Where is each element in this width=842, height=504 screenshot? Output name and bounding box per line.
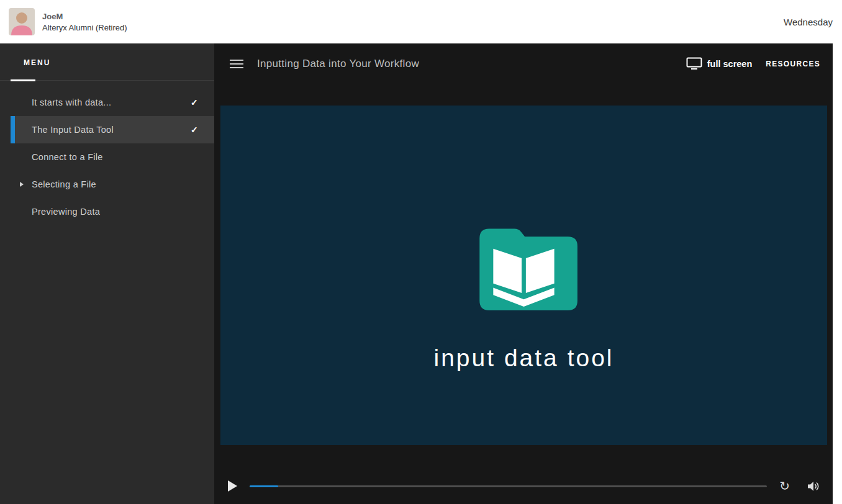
check-icon: ✓ — [191, 125, 198, 135]
fullscreen-label: full screen — [707, 59, 753, 69]
play-button[interactable] — [228, 480, 237, 492]
hamburger-menu-icon[interactable] — [230, 60, 243, 68]
input-data-tool-icon — [460, 207, 587, 331]
sidebar-item-label: Previewing Data — [32, 207, 100, 217]
sidebar-item-selecting-a-file[interactable]: Selecting a File — [11, 171, 214, 198]
username: JoeM — [42, 12, 127, 21]
user-role: Alteryx Alumni (Retired) — [42, 23, 127, 32]
sidebar-item-label: Selecting a File — [32, 179, 96, 189]
day-label: Wednesday — [784, 17, 833, 27]
menu-title: MENU — [24, 58, 214, 67]
menu-divider — [0, 79, 214, 81]
sidebar-item-label: The Input Data Tool — [32, 125, 114, 135]
content-topbar: Inputting Data into Your Workflow full s… — [214, 43, 833, 84]
submenu-caret-icon — [20, 182, 24, 187]
avatar[interactable] — [9, 8, 35, 35]
check-icon: ✓ — [191, 97, 198, 107]
video-caption: input data tool — [433, 344, 613, 372]
video-slide: input data tool — [433, 207, 613, 372]
replay-button[interactable]: ↻ — [779, 480, 790, 492]
sidebar-item-it-starts-with-data[interactable]: It starts with data... ✓ — [11, 89, 214, 116]
progress-bar[interactable] — [250, 485, 767, 487]
sidebar: MENU It starts with data... ✓ The Input … — [0, 43, 214, 504]
sidebar-item-the-input-data-tool[interactable]: The Input Data Tool ✓ — [11, 116, 214, 143]
menu-list: It starts with data... ✓ The Input Data … — [0, 89, 214, 225]
user-info: JoeM Alteryx Alumni (Retired) — [42, 12, 127, 32]
menu-divider-accent — [11, 79, 35, 81]
volume-icon — [807, 481, 819, 492]
sidebar-item-connect-to-a-file[interactable]: Connect to a File — [11, 143, 214, 171]
volume-button[interactable] — [807, 481, 819, 492]
avatar-image — [9, 8, 35, 35]
player-controls: ↻ — [214, 477, 833, 504]
resources-button[interactable]: RESOURCES — [766, 60, 820, 68]
app-root: JoeM Alteryx Alumni (Retired) Wednesday … — [0, 0, 842, 504]
body-row: MENU It starts with data... ✓ The Input … — [0, 43, 842, 504]
main-content: Inputting Data into Your Workflow full s… — [214, 43, 833, 504]
top-header: JoeM Alteryx Alumni (Retired) Wednesday — [0, 0, 842, 43]
sidebar-item-previewing-data[interactable]: Previewing Data — [11, 198, 214, 225]
sidebar-item-label: Connect to a File — [32, 152, 103, 162]
sidebar-item-label: It starts with data... — [32, 97, 111, 107]
monitor-icon — [686, 57, 702, 70]
fullscreen-button[interactable]: full screen — [686, 57, 753, 70]
lesson-title: Inputting Data into Your Workflow — [257, 58, 419, 70]
right-gutter — [833, 43, 842, 504]
play-icon — [228, 480, 237, 492]
progress-fill — [250, 485, 278, 487]
video-player[interactable]: input data tool — [220, 106, 827, 445]
